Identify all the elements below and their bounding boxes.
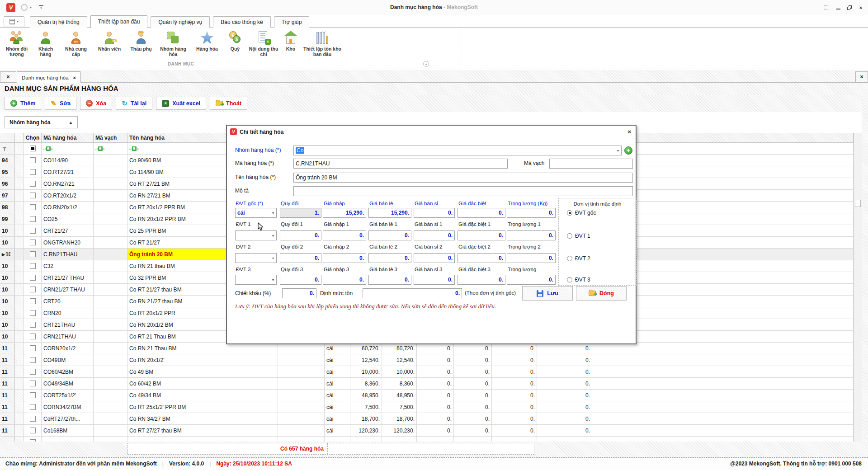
stock-norm-input[interactable]: 0. [363,288,462,298]
unit-grid-field[interactable]: 0. [507,230,556,240]
code-input[interactable]: C.RN21THAU [293,159,508,169]
toolbar-customize-icon[interactable]: ▾ [39,5,43,10]
ribbon-item-9[interactable]: +Nội dung thu chi [247,29,280,58]
unit-select-1[interactable]: ▾ [235,230,277,240]
name-input[interactable]: Ống tránh 20 BM [293,173,633,183]
app-menu-button[interactable]: ▾ [4,16,24,27]
radio-option-4[interactable]: ĐVT 3 [567,277,590,283]
ribbon-group-options-button[interactable]: ▴ [423,61,429,67]
unit-grid-field[interactable]: 0. [458,253,505,263]
unit-grid-field[interactable]: 0. [414,208,455,218]
restore-button[interactable] [846,4,853,11]
select-all-checkbox[interactable] [30,146,36,151]
unit-grid-field[interactable]: 0. [368,253,411,263]
table-row[interactable]: 11CORN34/27BMCo RT 25x1/2' PPR BMcái7,50… [0,401,862,413]
ribbon-tab-4[interactable]: Báo cáo thống kê [213,16,270,28]
chevron-down-icon[interactable]: ▾ [272,256,274,260]
radio-option-3[interactable]: ĐVT 2 [567,255,590,262]
row-checkbox[interactable] [30,169,36,175]
chevron-down-icon[interactable]: ▾ [272,234,274,238]
row-checkbox[interactable] [30,275,36,281]
unit-grid-field[interactable]: 0. [280,275,321,285]
ribbon-item-7[interactable]: Hàng hóa [191,29,223,58]
unit-grid-field[interactable]: 0. [323,230,366,240]
discount-input[interactable]: 0. [282,288,316,298]
row-checkbox[interactable] [30,204,36,210]
close-dialog-button[interactable]: ➜ Đóng [576,286,627,301]
table-row[interactable]: 11Co168BMCo RT 27/27 thau BMcái120,230.1… [0,425,862,437]
unit-grid-field[interactable]: 0. [507,208,556,218]
ribbon-item-11[interactable]: →←Thiết lập tồn kho ban đầu [301,29,344,58]
unit-grid-field[interactable]: 0. [458,230,505,240]
ribbon-tab-3[interactable]: Quản lý nghiệp vụ [151,16,210,28]
text-filter-icon[interactable]: aBc [43,146,53,151]
unit-grid-field[interactable]: 0. [458,275,505,285]
row-checkbox[interactable] [30,181,36,187]
quick-access-circle-icon[interactable] [21,4,28,11]
unit-grid-field[interactable]: 0. [368,230,411,240]
text-filter-icon[interactable]: aBc [95,146,105,151]
filter-icon[interactable] [2,146,7,151]
chevron-down-icon[interactable]: ▾ [272,278,274,282]
text-filter-icon[interactable]: aBc [129,146,139,151]
row-checkbox[interactable] [30,357,36,363]
ribbon-item-1[interactable]: Nhóm đối tượng [2,29,32,58]
vertical-scrollbar[interactable] [854,133,862,442]
unit-grid-field[interactable]: 0. [414,253,455,263]
unit-grid-field[interactable]: 0. [414,230,455,240]
ribbon-item-2[interactable]: Khách hàng [32,29,60,58]
ribbon-item-8[interactable]: €$Quỹ [223,29,247,58]
tab-close-icon[interactable]: × [73,75,76,80]
action-button-xuất-excel[interactable]: XXuất excel [156,97,206,110]
ribbon-tab-1[interactable]: Quản trị hệ thống [30,16,87,28]
row-checkbox[interactable] [30,416,36,422]
row-checkbox[interactable] [30,322,36,328]
row-checkbox[interactable] [30,428,36,433]
unit-grid-field[interactable]: 1. [280,208,321,218]
row-checkbox[interactable] [30,334,36,339]
unit-grid-field[interactable]: 0. [323,253,366,263]
column-header-cb[interactable]: Chọn [24,133,42,143]
row-checkbox[interactable] [30,404,36,410]
dialog-title-bar[interactable]: V Chi tiết hàng hóa × [227,126,636,138]
action-button-thêm[interactable]: +Thêm [5,97,41,110]
row-checkbox[interactable] [30,263,36,269]
tabbar-close-right-button[interactable]: × [855,71,868,83]
unit-grid-field[interactable]: 0. [280,253,321,263]
column-header-barcode[interactable]: Mã vạch [94,133,127,143]
ribbon-item-6[interactable]: Nhóm hàng hóa [156,29,191,58]
radio-option-2[interactable]: ĐVT 1 [567,233,590,239]
row-checkbox[interactable] [30,193,36,198]
add-group-button[interactable]: + [624,146,632,155]
table-row[interactable]: 11CO49BMCo RN 20x1/2'cái12,540.12,540.0.… [0,354,862,366]
row-checkbox[interactable] [30,287,36,292]
radio-icon[interactable] [567,233,572,239]
row-checkbox[interactable] [30,310,36,316]
row-checkbox[interactable] [30,157,36,163]
unit-select-0[interactable]: cái▾ [235,208,277,218]
unit-grid-field[interactable]: 15,290. [368,208,411,218]
radio-option-1[interactable]: ĐVT gốc [567,210,596,216]
ribbon-item-10[interactable]: Kho [280,29,301,58]
fullscreen-button[interactable] [823,4,830,11]
row-checkbox[interactable] [30,392,36,398]
row-checkbox[interactable] [30,345,36,351]
group-combobox[interactable]: Co ▾ [293,146,622,155]
action-button-thoát[interactable]: ➜Thoát [210,97,247,110]
unit-grid-field[interactable]: 0. [458,208,505,218]
table-row[interactable]: 11CoRT27/27th...Co RN 34/27 BMcái18,700.… [0,413,862,425]
group-filter-collapse-button[interactable]: Nhóm hàng hóa ▲ [5,116,78,128]
unit-grid-field[interactable]: 0. [280,230,321,240]
ribbon-item-3[interactable]: DXNhà cung cấp [60,29,92,58]
chevron-down-icon[interactable]: ▾ [272,211,274,215]
description-input[interactable] [293,186,633,196]
quick-access-caret-icon[interactable]: ▾ [30,5,32,9]
ribbon-tab-2[interactable]: Thiết lập ban đầu [90,15,148,28]
column-header-code[interactable]: Mã hàng hóa [42,133,94,143]
minimize-button[interactable] [835,4,842,11]
unit-grid-field[interactable]: 0. [323,275,366,285]
row-checkbox[interactable] [30,369,36,375]
row-checkbox[interactable] [30,381,36,386]
barcode-input[interactable] [549,159,633,169]
row-checkbox[interactable] [30,251,36,257]
